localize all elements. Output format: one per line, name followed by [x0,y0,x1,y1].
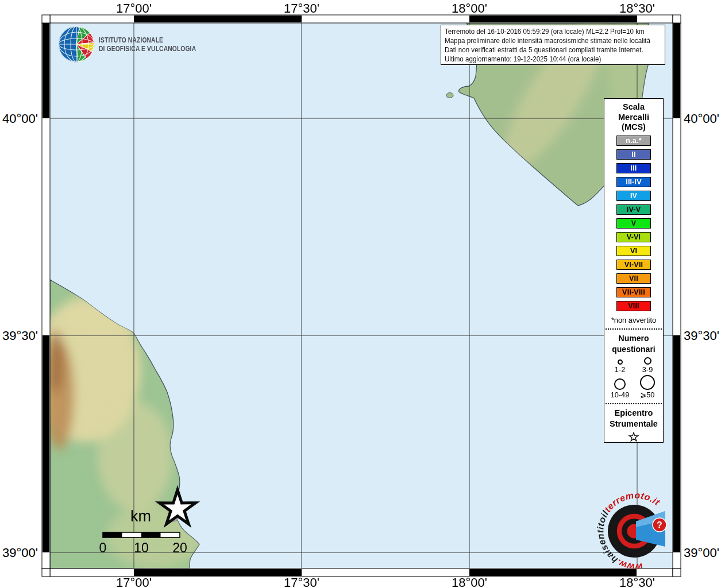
ingv-name-line1: ISTITUTO NAZIONALE [99,36,196,45]
questionnaire-size-cell-0: 1-2 [615,357,626,374]
axis-label-left-1: 39°30' [0,328,38,343]
legend-intensity-chip-II: II [616,149,651,160]
questionnaire-size-circle-3 [640,375,655,390]
scalebar-tick-20: 20 [163,540,197,556]
event-info-box: Terremoto del 16-10-2016 05:59:29 (ora l… [441,25,665,65]
axis-label-bottom-0: 17°00' [108,575,160,588]
questionnaire-size-label-1: 3-9 [642,365,653,374]
legend-intensity-label: IV-V [627,206,641,214]
questionnaire-size-cell-2: 10-49 [611,375,630,399]
axis-label-bottom-2: 18°00' [444,575,495,588]
axis-label-top-3: 18°30' [611,1,663,16]
questionnaire-count-title: Numero questionari [612,333,655,355]
legend-intensity-chip-III: III [616,163,651,173]
epicenter-key-title: Epicentro Strumentale [610,408,658,430]
legend-intensity-label: n.a.* [626,137,641,145]
legend-intensity-label: VII-VIII [622,288,645,296]
legend-intensity-label: II [631,150,635,158]
axis-label-right-1: 39°30' [684,328,721,343]
legend-intensity-label: III [630,164,637,172]
legend-intensity-label: VI-VII [624,261,643,269]
legend-intensity-chip-IV: IV [616,191,651,201]
scalebar-graphic [103,532,180,537]
questionnaire-title-line1: Numero [612,333,655,344]
legend-intensity-label: IV [630,192,637,200]
legend-intensity-chip-IV-V: IV-V [616,204,651,215]
event-info-line2: Mappa preliminare delle intensità macros… [445,36,641,45]
axis-label-right-2: 39°00' [684,546,721,560]
questionnaire-size-key: 1-23-910-49⩾50 [606,357,661,399]
ingv-name-line2: DI GEOFISICA E VULCANOLOGIA [99,45,196,53]
legend-intensity-chip-VI-VII: VI-VII [616,260,651,270]
scalebar-tick-10: 10 [124,540,159,556]
axis-label-left-0: 40°00' [0,111,38,126]
legend-divider-2 [606,403,662,404]
legend-intensity-chip-VIII: VIII [616,301,651,311]
questionnaire-size-cell-1: 3-9 [642,357,653,374]
questionnaire-size-circle-0 [618,359,623,365]
legend-intensity-label: V [631,219,637,227]
epicenter-star-key-icon [627,432,641,443]
axis-label-top-2: 18°00' [444,1,495,16]
legend-intensity-label: III-IV [626,178,642,186]
event-info-line4: Ultimo aggiornamento: 19-12-2025 10:44 (… [445,55,641,64]
questionnaire-title-line2: questionari [612,344,655,355]
legend-intensity-chip-n.a.*: n.a.* [616,136,651,146]
legend-intensity-label: VIII [628,302,639,310]
macroseismic-map-page: ? www.haisentitoilterremoto.it 17°00'17°… [0,0,721,588]
legend-intensity-label: V-VI [627,233,641,241]
questionnaire-size-label-0: 1-2 [615,365,626,374]
axis-label-top-0: 17°00' [108,1,160,16]
legend-intensity-chip-VII-VIII: VII-VIII [616,287,651,297]
scalebar-unit-label: km [118,508,164,525]
ingv-logo-text: ISTITUTO NAZIONALE DI GEOFISICA E VULCAN… [99,36,196,53]
legend-title-line3: (MCS) [618,122,649,133]
questionnaire-size-circle-1 [644,357,651,365]
question-badge-glyph: ? [657,520,662,530]
questionnaire-size-cell-3: ⩾50 [640,375,655,399]
small-island [446,93,453,98]
ingv-logo-globe [59,26,94,62]
legend-intensity-chip-V-VI: V-VI [616,232,651,242]
questionnaire-size-label-2: 10-49 [611,390,630,399]
legend-intensity-chip-V: V [616,218,651,229]
legend-title: Scala Mercalli (MCS) [618,102,649,133]
axis-label-bottom-3: 18°30' [611,575,663,588]
axis-label-left-2: 39°00' [0,546,38,560]
axis-label-top-1: 17°30' [276,1,327,16]
scalebar-tick-0: 0 [86,540,120,556]
legend-divider-1 [606,328,662,330]
questionnaire-size-label-3: ⩾50 [641,390,655,399]
legend-title-line1: Scala [618,102,649,113]
legend-footnote: *non avvertito [611,316,656,324]
axis-label-right-0: 40°00' [684,111,721,126]
legend-intensity-label: VII [629,274,638,283]
legend-intensity-chip-III-IV: III-IV [616,177,651,187]
questionnaire-size-circle-2 [614,378,626,390]
legend-intensity-chip-VII: VII [616,273,651,284]
event-info-line3: Dati non verificati estratti da 5 questi… [445,45,641,55]
epicenter-title-line1: Epicentro [610,408,658,419]
epicenter-title-line2: Strumentale [610,419,658,430]
axis-label-bottom-1: 17°30' [276,575,327,588]
event-info-line1: Terremoto del 16-10-2016 05:59:29 (ora l… [445,27,641,36]
legend-panel: Scala Mercalli (MCS) n.a.*IIIIIIII-IVIVI… [604,98,664,443]
legend-intensity-scale: n.a.*IIIIIIII-IVIVIV-VVV-VIVIVI-VIIVIIVI… [616,136,651,315]
legend-title-line2: Mercalli [618,113,649,123]
legend-intensity-chip-VI: VI [616,246,651,256]
legend-intensity-label: VI [630,247,637,255]
